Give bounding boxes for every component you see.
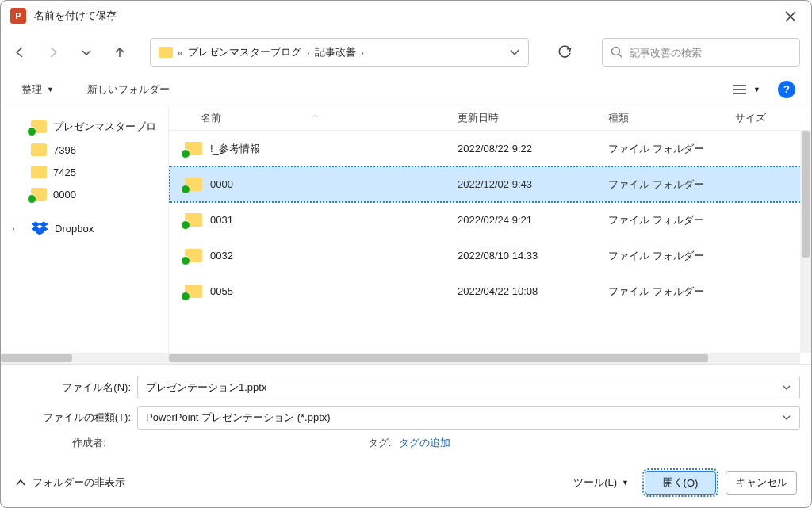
folder-icon — [31, 188, 47, 201]
folder-icon — [31, 166, 47, 178]
tree-spacer — [6, 205, 163, 216]
tree-item-label: 7425 — [53, 166, 76, 178]
folder-tree[interactable]: プレゼンマスターブロ 7396 7425 0000 › Dropbox — [1, 105, 169, 364]
breadcrumb-overflow[interactable]: « — [178, 47, 183, 59]
folder-icon — [159, 47, 173, 58]
vertical-scrollbar[interactable] — [800, 131, 811, 353]
scrollbar-thumb[interactable] — [169, 354, 708, 362]
header-date[interactable]: 更新日時 — [446, 111, 597, 125]
file-date: 2022/08/10 14:33 — [446, 250, 597, 262]
scrollbar-thumb[interactable] — [802, 131, 810, 258]
file-type: ファイル フォルダー — [597, 249, 724, 263]
search-field[interactable] — [602, 38, 800, 67]
tree-item-label: プレゼンマスターブロ — [53, 120, 156, 134]
organize-label: 整理 — [21, 82, 42, 97]
view-mode-button[interactable]: ▼ — [733, 84, 760, 95]
author-label: 作成者: — [72, 436, 106, 450]
svg-line-3 — [619, 55, 622, 59]
add-tag-link[interactable]: タグの追加 — [399, 436, 450, 450]
nav-back-button[interactable] — [12, 44, 28, 60]
refresh-button[interactable] — [557, 44, 573, 60]
tree-item-label: 7396 — [53, 144, 76, 156]
dialog-title: 名前を付けて保存 — [34, 9, 117, 23]
breadcrumb-sep[interactable]: › — [361, 47, 364, 59]
filetype-label: ファイルの種類(T): — [12, 411, 131, 425]
header-type[interactable]: 種類 — [597, 111, 724, 125]
file-type: ファイル フォルダー — [597, 213, 724, 227]
nav-up-button[interactable] — [112, 44, 128, 60]
file-row[interactable]: 0055 2022/04/22 10:08 ファイル フォルダー — [169, 273, 811, 309]
file-row[interactable]: 0031 2022/02/24 9:21 ファイル フォルダー — [169, 202, 811, 238]
file-name: 0000 — [210, 178, 233, 190]
folder-icon — [185, 213, 202, 227]
column-headers: 名前︿ 更新日時 種類 サイズ — [169, 105, 811, 131]
search-input[interactable] — [630, 47, 791, 59]
folder-icon — [185, 285, 202, 298]
header-label: 名前 — [201, 112, 221, 124]
tag-label: タグ: — [368, 436, 392, 450]
list-view-icon — [733, 84, 747, 95]
tree-item[interactable]: 0000 — [6, 183, 163, 205]
cancel-button[interactable]: キャンセル — [726, 471, 797, 495]
address-bar: « プレゼンマスターブログ › 記事改善 › — [1, 31, 811, 74]
svg-point-2 — [612, 48, 620, 55]
file-date: 2022/02/24 9:21 — [446, 214, 597, 226]
file-row[interactable]: !_参考情報 2022/08/22 9:22 ファイル フォルダー — [169, 131, 811, 166]
tree-horizontal-scrollbar[interactable] — [1, 353, 168, 364]
breadcrumb-sep[interactable]: › — [306, 47, 309, 59]
open-button[interactable]: 開く(O) — [645, 471, 716, 495]
organize-button[interactable]: 整理 ▼ — [17, 79, 59, 100]
file-list: 名前︿ 更新日時 種類 サイズ !_参考情報 2022/08/22 9:22 フ… — [169, 105, 811, 364]
folder-icon — [185, 178, 202, 191]
tree-item[interactable]: プレゼンマスターブロ — [6, 115, 163, 139]
titlebar: P 名前を付けて保存 — [1, 1, 811, 31]
hide-folders-toggle[interactable]: フォルダーの非表示 — [15, 476, 125, 490]
file-name: !_参考情報 — [210, 142, 260, 156]
main-content: プレゼンマスターブロ 7396 7425 0000 › Dropbox 名前︿ … — [1, 105, 811, 364]
horizontal-scrollbar[interactable] — [169, 353, 800, 364]
tools-dropdown[interactable]: ツール(L) ▼ — [573, 476, 629, 490]
close-button[interactable] — [781, 7, 800, 26]
nav-recent-dropdown[interactable] — [79, 44, 94, 60]
scrollbar-thumb[interactable] — [1, 354, 72, 362]
chevron-down-icon: ▼ — [753, 86, 760, 94]
filename-input[interactable]: プレゼンテーション1.pptx — [137, 376, 800, 399]
file-type: ファイル フォルダー — [597, 142, 724, 156]
chevron-up-icon — [15, 477, 26, 488]
header-size[interactable]: サイズ — [724, 111, 811, 125]
filetype-select[interactable]: PowerPoint プレゼンテーション (*.pptx) — [137, 406, 800, 430]
breadcrumb-seg-2[interactable]: 記事改善 — [315, 45, 356, 59]
file-row[interactable]: 0032 2022/08/10 14:33 ファイル フォルダー — [169, 238, 811, 273]
file-name: 0031 — [210, 214, 233, 226]
file-row[interactable]: 0000 2022/12/02 9:43 ファイル フォルダー — [169, 166, 811, 202]
chevron-down-icon[interactable] — [782, 383, 791, 392]
tree-item[interactable]: 7396 — [6, 139, 163, 161]
tree-item[interactable]: 7425 — [6, 161, 163, 183]
file-date: 2022/12/02 9:43 — [446, 178, 597, 190]
header-name[interactable]: 名前︿ — [169, 111, 446, 125]
chevron-down-icon: ▼ — [47, 86, 54, 94]
breadcrumb-path[interactable]: « プレゼンマスターブログ › 記事改善 › — [150, 38, 529, 67]
tree-item-label: Dropbox — [55, 223, 94, 235]
folder-icon — [185, 142, 202, 155]
chevron-down-icon[interactable] — [782, 413, 791, 422]
file-date: 2022/04/22 10:08 — [446, 285, 597, 297]
powerpoint-app-icon: P — [10, 8, 26, 24]
save-options: ファイル名(N): プレゼンテーション1.pptx ファイルの種類(T): Po… — [1, 364, 811, 458]
folder-icon — [185, 249, 202, 262]
chevron-down-icon[interactable] — [509, 47, 520, 58]
breadcrumb-seg-1[interactable]: プレゼンマスターブログ — [188, 45, 301, 59]
file-date: 2022/08/22 9:22 — [446, 143, 597, 155]
file-type: ファイル フォルダー — [597, 285, 724, 299]
new-folder-button[interactable]: 新しいフォルダー — [82, 79, 174, 100]
folder-icon — [31, 143, 47, 156]
expander-icon[interactable]: › — [12, 223, 15, 233]
file-name: 0055 — [210, 285, 233, 297]
tree-item-label: 0000 — [53, 189, 76, 201]
nav-forward-button[interactable] — [45, 44, 61, 60]
filename-value: プレゼンテーション1.pptx — [146, 380, 266, 395]
help-button[interactable]: ? — [778, 81, 795, 98]
tree-item-dropbox[interactable]: › Dropbox — [6, 216, 163, 240]
file-rows: !_参考情報 2022/08/22 9:22 ファイル フォルダー 0000 2… — [169, 131, 811, 364]
search-icon — [611, 46, 622, 59]
